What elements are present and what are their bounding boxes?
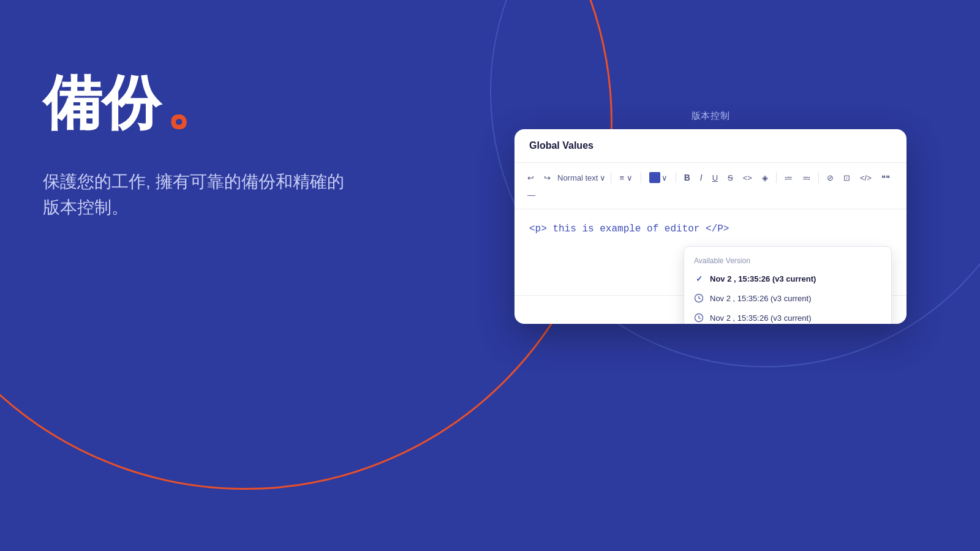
version-item-2[interactable]: Nov 2 , 15:35:26 (v3 current) — [684, 288, 891, 308]
title-text: 備份 — [43, 73, 160, 132]
main-title: 備份。 — [43, 73, 349, 132]
code-block-button[interactable]: </> — [857, 171, 875, 184]
version-item-1[interactable]: ✓ Nov 2 , 15:35:26 (v3 current) — [684, 269, 891, 288]
card-title: Global Values — [529, 140, 594, 151]
version-label-1: Nov 2 , 15:35:26 (v3 current) — [710, 274, 816, 283]
separator-4 — [776, 172, 777, 183]
separator-5 — [818, 172, 819, 183]
link-button[interactable]: ⊘ — [824, 171, 837, 184]
dropdown-arrow: ∨ — [600, 173, 606, 182]
check-icon: ✓ — [694, 274, 704, 283]
quote-button[interactable]: ❝❝ — [878, 171, 893, 184]
right-panel: 版本控制 Global Values ↩ ↪ Normal text ∨ ≡ ∨… — [514, 110, 907, 324]
color-picker-button[interactable]: ∨ — [646, 170, 671, 185]
strikethrough-button[interactable]: S — [725, 171, 736, 184]
undo-button[interactable]: ↩ — [524, 171, 537, 184]
panel-label: 版本控制 — [514, 110, 907, 122]
editor-body[interactable]: <p> this is example of editor </P> Avail… — [514, 209, 907, 295]
separator-1 — [611, 172, 611, 183]
inline-code-button[interactable]: <> — [740, 171, 755, 184]
heading-button[interactable]: ≡ ∨ — [616, 171, 635, 184]
separator-2 — [641, 172, 641, 183]
list-ol-button[interactable]: ≕ — [799, 171, 813, 184]
list-ul-button[interactable]: ≔ — [782, 171, 796, 184]
color-swatch — [649, 172, 660, 183]
subtitle-text: 保護您的工作, 擁有可靠的備份和精確的版本控制。 — [43, 169, 349, 220]
redo-button[interactable]: ↪ — [541, 171, 554, 184]
left-content: 備份。 保護您的工作, 擁有可靠的備份和精確的版本控制。 — [43, 73, 349, 220]
italic-button[interactable]: I — [697, 171, 706, 184]
version-label-3: Nov 2 , 15:35:26 (v3 current) — [710, 313, 811, 323]
normal-text-label: Normal text — [557, 173, 598, 182]
popup-header: Available Version — [684, 252, 891, 269]
bold-button[interactable]: B — [681, 171, 693, 184]
divider-button[interactable]: — — [524, 189, 538, 201]
editor-toolbar: ↩ ↪ Normal text ∨ ≡ ∨ ∨ B I U S <> ◈ ≔ ≕ — [514, 163, 907, 209]
version-popup: Available Version ✓ Nov 2 , 15:35:26 (v3… — [684, 246, 892, 324]
text-style-dropdown[interactable]: Normal text ∨ — [557, 173, 606, 182]
clock-icon-2 — [694, 293, 704, 303]
title-dot: 。 — [165, 73, 224, 132]
editor-content[interactable]: <p> this is example of editor </P> — [529, 222, 892, 238]
card-header: Global Values — [514, 129, 907, 163]
editor-card: Global Values ↩ ↪ Normal text ∨ ≡ ∨ ∨ B … — [514, 129, 907, 324]
paint-button[interactable]: ◈ — [759, 171, 771, 184]
image-button[interactable]: ⊡ — [840, 171, 853, 184]
underline-button[interactable]: U — [709, 171, 721, 184]
separator-3 — [676, 172, 676, 183]
clock-icon-3 — [694, 313, 704, 323]
version-label-2: Nov 2 , 15:35:26 (v3 current) — [710, 294, 811, 303]
version-item-3[interactable]: Nov 2 , 15:35:26 (v3 current) — [684, 308, 891, 324]
